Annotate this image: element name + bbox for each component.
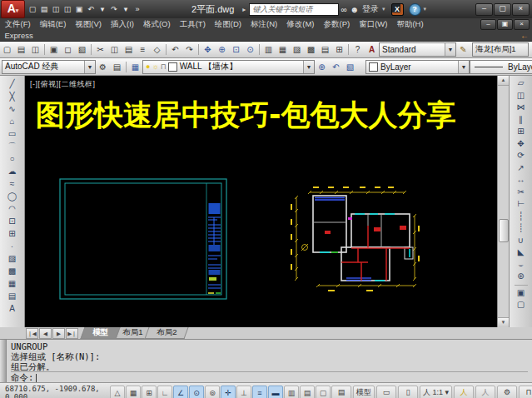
quick-view-layouts-button[interactable]: ▭ <box>376 386 396 398</box>
color-select[interactable]: ByLayer ▼ <box>365 60 470 74</box>
search-input[interactable]: 键入关键字或短语 <box>249 3 339 16</box>
new-icon[interactable]: ▢ <box>0 43 14 56</box>
text-style-dropdown-icon[interactable]: ▼ <box>445 43 455 56</box>
extend-tool[interactable]: ⊢ <box>513 198 530 211</box>
annotation-pencil-icon[interactable]: ✎ <box>456 43 470 56</box>
menu-help[interactable]: 帮助(H) <box>392 19 428 30</box>
qat-redo-icon[interactable]: ↷ <box>108 3 120 15</box>
pan-icon[interactable]: ✥ <box>201 43 215 56</box>
help-dropdown-icon[interactable]: ▾ <box>424 6 427 12</box>
infer-constraints-toggle[interactable]: △ <box>110 386 125 398</box>
help-button[interactable]: ? <box>351 43 365 56</box>
block-editor-icon[interactable]: ◇ <box>150 43 164 56</box>
zoom-window-icon[interactable]: ⊡ <box>229 43 243 56</box>
doc-minimize-button[interactable]: – <box>480 19 496 30</box>
zoom-previous-icon[interactable]: ⊙ <box>243 43 257 56</box>
workspace-save-icon[interactable]: ▤ <box>110 61 124 73</box>
qat-saveas-icon[interactable]: ◫ <box>62 3 73 15</box>
menu-tools[interactable]: 工具(T) <box>175 19 210 30</box>
fillet-tool[interactable]: ⌣ <box>513 259 530 271</box>
tool-palettes-icon[interactable]: ▨ <box>290 43 304 56</box>
menu-window[interactable]: 窗口(W) <box>355 19 392 30</box>
stretch-tool[interactable]: ↔ <box>513 174 530 187</box>
linetype-select[interactable]: ByLayer <box>470 60 532 74</box>
plot-preview-icon[interactable]: ◻ <box>61 43 75 56</box>
publish-icon[interactable]: ▧ <box>75 43 89 56</box>
rectangle-tool[interactable]: ▭ <box>4 127 20 140</box>
menu-format[interactable]: 格式(O) <box>138 19 175 30</box>
menu-edit[interactable]: 编辑(E) <box>35 19 71 30</box>
zoom-realtime-icon[interactable]: ⊕ <box>215 43 229 56</box>
user-icon[interactable]: ☻ <box>351 5 360 14</box>
annotation-scale-button[interactable]: 人 1:1 ▾ <box>420 386 452 398</box>
markup-icon[interactable]: ▤ <box>318 43 332 56</box>
color-dropdown-icon[interactable]: ▼ <box>458 61 469 73</box>
signin-dropdown-icon[interactable]: ▾ <box>382 6 385 12</box>
menu-draw[interactable]: 绘图(D) <box>210 19 246 30</box>
hatch-tool[interactable]: ▨ <box>4 252 20 265</box>
next-tab-button[interactable]: ▶ <box>52 328 65 339</box>
designcenter-icon[interactable]: ▦ <box>276 43 290 56</box>
layer-states-icon[interactable]: ▧ <box>343 61 357 73</box>
create-block-tool[interactable]: ⊞ <box>4 227 20 240</box>
menu-modify[interactable]: 修改(M) <box>282 19 319 30</box>
last-tab-button[interactable]: ▶❘ <box>66 328 78 339</box>
drawing-canvas[interactable]: [-][俯视][二维线框] 图形快速居中技巧-包包大人分享 <box>25 76 497 327</box>
point-tool[interactable]: ∙ <box>4 240 20 252</box>
minimize-button[interactable]: – <box>475 3 493 16</box>
signin-link[interactable]: 登录 <box>362 3 379 15</box>
qat-undo-icon[interactable]: ↶ <box>85 3 97 15</box>
bring-to-front-tool[interactable]: ▣ <box>513 287 530 300</box>
doc-restore-button[interactable]: ▣ <box>497 19 513 30</box>
break-at-point-tool[interactable]: ┆ <box>513 211 530 223</box>
menu-dimension[interactable]: 标注(N) <box>246 19 282 30</box>
gradient-tool[interactable]: ▩ <box>4 265 20 277</box>
close-button[interactable]: × <box>512 3 530 16</box>
insert-block-tool[interactable]: ⊡ <box>4 215 20 227</box>
prev-tab-button[interactable]: ◀ <box>39 328 52 339</box>
text-style-manager-icon[interactable]: A <box>365 43 379 56</box>
polyline-tool[interactable]: ∿ <box>4 102 20 115</box>
command-window[interactable]: UNGROUP选择组或 [名称(N)]:组已分解。 命令: <box>0 340 532 382</box>
scale-tool[interactable]: ↗ <box>513 162 530 175</box>
lineweight-toggle[interactable]: ▬ <box>268 386 283 398</box>
paste-icon[interactable]: ▤ <box>122 43 136 56</box>
properties-icon[interactable]: ▥ <box>261 43 276 56</box>
toolbar-lock-button[interactable]: ⊓ <box>519 386 532 398</box>
layer-select[interactable]: ● ☼ ⊓ WALL 【墙体】 ▼ <box>142 60 315 74</box>
menu-parametric[interactable]: 参数(P) <box>319 19 355 30</box>
menu-express[interactable]: Express <box>0 31 37 40</box>
menu-view[interactable]: 视图(V) <box>71 19 107 30</box>
match-properties-icon[interactable]: ≡ <box>136 43 150 56</box>
workspace-settings-icon[interactable]: ⚙ <box>96 61 110 73</box>
cut-icon[interactable]: ✂ <box>93 43 107 56</box>
coordinates-display[interactable]: 68710.675, -1909.678, 0.000 <box>0 385 110 398</box>
dynamic-ucs-toggle[interactable]: ⊥ <box>236 386 251 398</box>
viewport-controls[interactable]: [-][俯视][二维线框] <box>30 79 96 90</box>
table-tool[interactable]: ▤ <box>4 290 20 302</box>
layer-previous-icon[interactable]: ↶ <box>329 61 343 73</box>
doc-close-button[interactable]: × <box>514 19 530 30</box>
exchange-apps-icon[interactable]: X <box>391 3 404 16</box>
object-snap-toggle[interactable]: ⊙ <box>189 386 204 398</box>
selection-cycling-toggle[interactable]: ▢ <box>316 386 331 398</box>
array-tool[interactable]: ⊞ <box>513 126 530 138</box>
qat-undo-arrow[interactable]: ▾ <box>97 3 108 15</box>
spline-tool[interactable]: ≈ <box>4 177 20 190</box>
redo-icon[interactable]: ↷ <box>182 43 196 56</box>
first-tab-button[interactable]: ❘◀ <box>26 328 38 339</box>
hailong-layout-button[interactable]: 海龙[布局]1 <box>472 42 529 57</box>
qat-redo-arrow[interactable]: ▾ <box>120 3 132 15</box>
transparency-toggle[interactable]: ▥ <box>284 386 299 398</box>
workspace-dropdown-icon[interactable]: ▼ <box>84 61 95 73</box>
annotation-autoscale-button[interactable]: 人 <box>475 386 495 398</box>
break-tool[interactable]: ┊ <box>513 222 530 235</box>
copy-tool[interactable]: ◫ <box>513 90 530 102</box>
open-icon[interactable]: ▤ <box>14 43 28 56</box>
make-object-layer-current-icon[interactable]: ⊕ <box>315 61 329 73</box>
polygon-tool[interactable]: ⌂ <box>4 115 20 127</box>
dynamic-input-toggle[interactable]: ≡ <box>252 386 267 398</box>
qat-save-icon[interactable]: ◫ <box>50 3 62 15</box>
arc-tool[interactable]: ⌒ <box>4 140 20 152</box>
workspace-switching-button[interactable]: ⚙ <box>497 386 517 398</box>
